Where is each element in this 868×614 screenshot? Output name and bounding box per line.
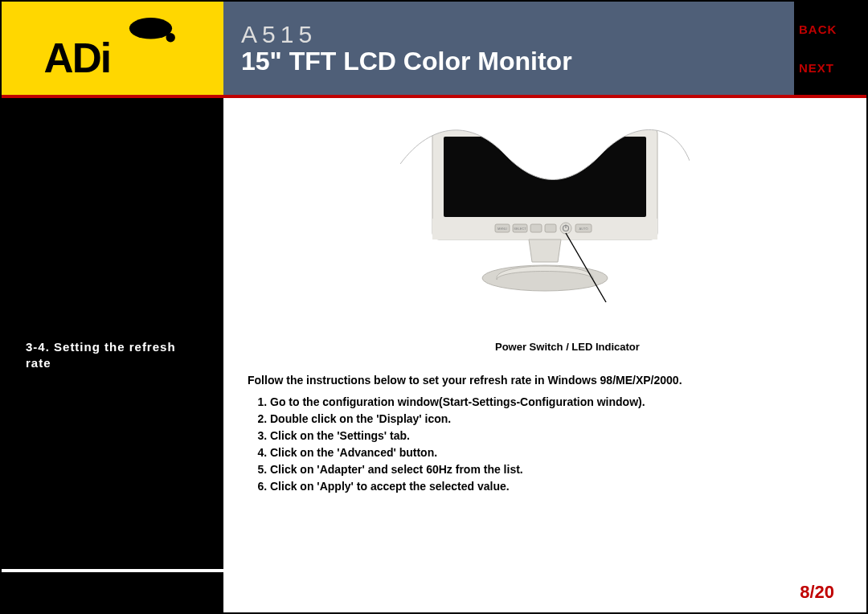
footer-sidebar-fill	[2, 572, 223, 612]
next-link[interactable]: NEXT	[799, 61, 834, 75]
instructions-intro: Follow the instructions below to set you…	[248, 372, 842, 389]
body-row: 3-4. Setting the refresh rate	[2, 98, 866, 569]
monitor-illustration: MENU SELECT AUTO	[248, 113, 842, 338]
svg-point-0	[129, 18, 172, 39]
product-title: 15" TFT LCD Color Monitor	[241, 47, 794, 76]
section-number: 3-4.	[26, 340, 50, 354]
instructions-block: Follow the instructions below to set you…	[248, 372, 842, 495]
section-sidebar: 3-4. Setting the refresh rate	[2, 98, 223, 569]
brand-logo-box: ADi	[2, 2, 223, 95]
callout-label: Power Switch / LED Indicator	[495, 341, 842, 353]
list-item: Click on 'Apply' to accept the selected …	[270, 478, 842, 495]
list-item: Click on 'Adapter' and select 60Hz from …	[270, 461, 842, 478]
footer-row: 8/20	[2, 572, 866, 612]
svg-text:ADi: ADi	[44, 35, 111, 80]
title-box: A515 15" TFT LCD Color Monitor	[223, 2, 794, 95]
manual-page: ADi A515 15" TFT LCD Color Monitor BACK …	[0, 0, 868, 614]
instructions-list: Go to the configuration window(Start-Set…	[270, 394, 842, 495]
page-number: 8/20	[800, 582, 834, 603]
list-item: Click on the 'Settings' tab.	[270, 428, 842, 444]
svg-text:SELECT: SELECT	[514, 227, 526, 231]
svg-rect-4	[444, 137, 646, 217]
back-link[interactable]: BACK	[799, 23, 837, 36]
svg-text:MENU: MENU	[497, 227, 507, 231]
footer-content: 8/20	[223, 572, 866, 612]
svg-rect-9	[545, 224, 556, 232]
list-item: Click on the 'Advanced' button.	[270, 444, 842, 461]
header-row: ADi A515 15" TFT LCD Color Monitor BACK …	[2, 2, 866, 98]
list-item: Double click on the 'Display' icon.	[270, 411, 842, 428]
nav-box: BACK NEXT	[794, 2, 866, 95]
svg-text:AUTO: AUTO	[579, 227, 588, 231]
model-number: A515	[241, 21, 794, 47]
svg-point-1	[166, 33, 175, 42]
adi-logo-icon: ADi	[36, 17, 189, 80]
svg-rect-8	[530, 224, 542, 232]
content-area: MENU SELECT AUTO Power Switch	[223, 98, 866, 569]
list-item: Go to the configuration window(Start-Set…	[270, 394, 842, 411]
